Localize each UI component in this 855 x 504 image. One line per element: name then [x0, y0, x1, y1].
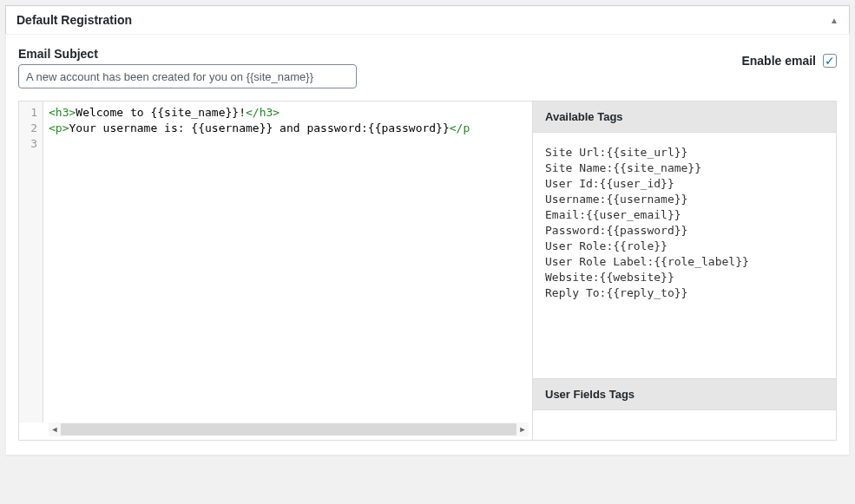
line-gutter: 1 2 3	[19, 101, 43, 422]
editor-row: 1 2 3 <h3>Welcome to {{site_name}}!</h3>…	[18, 101, 837, 441]
tag-item[interactable]: Email:{{user_email}}	[545, 207, 824, 223]
available-tags-header: Available Tags	[533, 101, 836, 133]
panel-body: Email Subject Enable email ✓ 1 2 3 <h3>W…	[5, 34, 850, 455]
enable-email-group: Enable email ✓	[741, 47, 837, 68]
tag-item[interactable]: Reply To:{{reply_to}}	[545, 285, 824, 301]
available-tags-list: Site Url:{{site_url}}Site Name:{{site_na…	[533, 133, 836, 378]
check-icon: ✓	[825, 55, 835, 67]
scroll-track[interactable]	[61, 423, 516, 435]
enable-email-label: Enable email	[741, 54, 816, 68]
code-editor[interactable]: 1 2 3 <h3>Welcome to {{site_name}}!</h3>…	[19, 101, 532, 440]
settings-panel: Default Registration ▲ Email Subject Ena…	[5, 5, 850, 455]
email-subject-input[interactable]	[18, 64, 357, 88]
tags-sidebar: Available Tags Site Url:{{site_url}}Site…	[532, 101, 836, 440]
panel-title: Default Registration	[16, 13, 132, 27]
tag-item[interactable]: Username:{{username}}	[545, 192, 824, 207]
collapse-icon[interactable]: ▲	[830, 16, 839, 25]
scroll-left-icon[interactable]: ◄	[49, 423, 61, 435]
tag-item[interactable]: User Role:{{role}}	[545, 239, 824, 254]
horizontal-scrollbar[interactable]: ◄ ►	[49, 422, 529, 436]
user-fields-tags-body	[533, 410, 836, 440]
email-subject-label: Email Subject	[18, 47, 357, 61]
enable-email-checkbox[interactable]: ✓	[823, 54, 837, 68]
tag-item[interactable]: Site Url:{{site_url}}	[545, 145, 824, 160]
tag-item[interactable]: Site Name:{{site_name}}	[545, 160, 824, 176]
tag-item[interactable]: Website:{{website}}	[545, 270, 824, 285]
tag-item[interactable]: User Id:{{user_id}}	[545, 176, 824, 192]
user-fields-tags-header: User Fields Tags	[533, 378, 836, 410]
tag-item[interactable]: Password:{{password}}	[545, 223, 824, 239]
tag-item[interactable]: User Role Label:{{role_label}}	[545, 254, 824, 270]
subject-left: Email Subject	[18, 47, 357, 88]
scroll-right-icon[interactable]: ►	[516, 423, 529, 435]
panel-header[interactable]: Default Registration ▲	[6, 6, 849, 35]
code-content[interactable]: <h3>Welcome to {{site_name}}!</h3> <p>Yo…	[43, 101, 532, 422]
subject-row: Email Subject Enable email ✓	[18, 47, 837, 88]
